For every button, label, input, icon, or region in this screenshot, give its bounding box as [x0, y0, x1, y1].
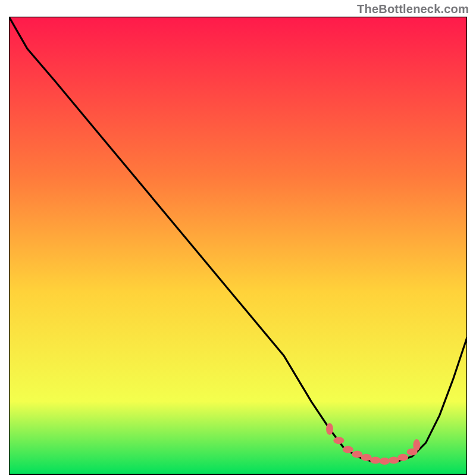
bottleneck-chart — [9, 17, 467, 475]
watermark-text: TheBottleneck.com — [357, 2, 469, 16]
marker-dot — [397, 454, 408, 461]
marker-dot — [361, 454, 372, 461]
marker-dot — [352, 450, 362, 458]
marker-dot — [326, 423, 333, 435]
marker-dot — [343, 446, 353, 453]
gradient-background — [9, 17, 467, 475]
marker-dot — [370, 456, 381, 464]
marker-dot — [413, 439, 420, 451]
marker-dot — [333, 437, 344, 444]
chart-container: TheBottleneck.com — [0, 0, 476, 476]
marker-dot — [379, 458, 390, 465]
marker-dot — [389, 456, 399, 464]
